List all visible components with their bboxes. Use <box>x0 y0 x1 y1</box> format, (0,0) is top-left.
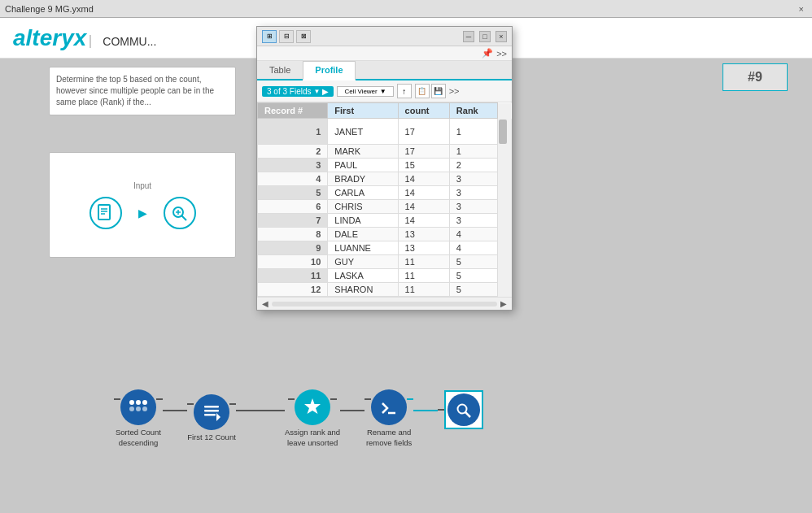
cell-count: 13 <box>398 228 449 241</box>
grid-icon-1[interactable]: ⊞ <box>262 30 277 43</box>
table-row[interactable]: 6 CHRIS 14 3 <box>258 200 512 214</box>
cell-record: 1 <box>258 119 328 145</box>
table-row[interactable]: 11 LASKA 11 5 <box>258 269 512 283</box>
cell-count: 15 <box>398 159 449 172</box>
table-row[interactable]: 3 PAUL 15 2 <box>258 159 512 172</box>
cell-viewer-button[interactable]: Cell Viewer ▼ <box>337 86 393 97</box>
connector-1 <box>163 410 187 411</box>
header-subtitle: COMMU... <box>89 35 156 48</box>
maximize-button[interactable]: □ <box>479 31 491 42</box>
scroll-right[interactable]: ▶ <box>497 299 510 308</box>
input-icons: ▶ <box>89 197 196 229</box>
pin-icon[interactable]: 📌 <box>482 48 493 59</box>
fields-bar: 3 of 3 Fields ▼ ▶ Cell Viewer ▼ ↑ 📋 💾 >> <box>257 80 512 102</box>
table-row[interactable]: 9 LUANNE 13 4 <box>258 241 512 255</box>
svg-point-8 <box>129 400 134 405</box>
cell-scrollbar <box>498 172 512 186</box>
close-icon[interactable]: × <box>796 4 807 14</box>
table-row[interactable]: 2 MARK 17 1 <box>258 145 512 159</box>
cell-record: 2 <box>258 145 328 159</box>
node-browse[interactable] <box>438 390 483 448</box>
cell-rank: 5 <box>449 255 497 269</box>
node-sorted-count[interactable]: Sorted Countdescending <box>114 389 163 448</box>
dialog-toolbar-icons: ⊞ ⊟ ⊠ <box>262 30 311 43</box>
node-rename-body <box>365 389 413 425</box>
browse-box <box>444 390 483 429</box>
connector-3 <box>340 410 365 411</box>
expand-icon[interactable]: >> <box>449 86 460 96</box>
data-table-wrapper[interactable]: Record # First count Rank 1 JANET 17 1 2… <box>257 102 512 297</box>
horizontal-scrollbar[interactable]: ◀ ▶ <box>257 297 512 310</box>
cell-count: 17 <box>398 145 449 159</box>
sorted-count-icon <box>120 389 156 425</box>
cell-scrollbar <box>498 269 512 283</box>
cell-first: BRADY <box>328 172 398 186</box>
svg-marker-18 <box>304 398 321 414</box>
svg-rect-15 <box>204 410 219 412</box>
step-number: #9 <box>723 63 788 91</box>
table-row[interactable]: 7 LINDA 14 3 <box>258 214 512 228</box>
export-icon-2[interactable]: 💾 <box>431 84 446 98</box>
col-header-first: First <box>328 103 398 119</box>
cell-first: CHRIS <box>328 200 398 214</box>
fields-badge[interactable]: 3 of 3 Fields ▼ ▶ <box>262 86 334 97</box>
upload-button[interactable]: ↑ <box>397 84 412 98</box>
minimize-button[interactable]: ─ <box>463 31 474 42</box>
svg-line-21 <box>465 412 470 417</box>
tab-profile[interactable]: Profile <box>303 61 355 80</box>
cell-rank: 4 <box>449 241 497 255</box>
cell-scrollbar <box>498 283 512 297</box>
cell-first: CARLA <box>328 186 398 200</box>
grid-icon-3[interactable]: ⊠ <box>296 30 311 43</box>
svg-point-13 <box>142 406 147 411</box>
svg-rect-14 <box>204 406 219 408</box>
cell-count: 11 <box>398 255 449 269</box>
assign-rank-label: Assign rank andleave unsorted <box>285 428 340 448</box>
cell-first: LINDA <box>328 214 398 228</box>
svg-rect-16 <box>204 414 216 416</box>
table-row[interactable]: 1 JANET 17 1 <box>258 119 512 145</box>
svg-point-20 <box>458 404 467 413</box>
more-icon[interactable]: >> <box>496 49 507 59</box>
tab-table[interactable]: Table <box>257 61 303 79</box>
cell-rank: 5 <box>449 283 497 297</box>
tabs-row: Table Profile <box>257 61 512 80</box>
export-icon-1[interactable]: 📋 <box>415 84 430 98</box>
svg-line-5 <box>181 215 186 220</box>
connector-4 <box>413 410 438 411</box>
canvas-area: alteryxCOMMU... #9 Determine the top 5 b… <box>0 18 812 513</box>
col-header-count: count <box>398 103 449 119</box>
cell-rank: 1 <box>449 145 497 159</box>
cell-rank: 5 <box>449 269 497 283</box>
cell-count: 14 <box>398 214 449 228</box>
node-assign-rank[interactable]: Assign rank andleave unsorted <box>285 389 340 448</box>
input-arrow: ▶ <box>138 207 147 220</box>
cell-count: 11 <box>398 283 449 297</box>
scroll-track[interactable] <box>272 302 497 306</box>
table-row[interactable]: 12 SHARON 11 5 <box>258 283 512 297</box>
cell-first: PAUL <box>328 159 398 172</box>
table-row[interactable]: 5 CARLA 14 3 <box>258 186 512 200</box>
cell-rank: 3 <box>449 172 497 186</box>
cell-rank: 4 <box>449 228 497 241</box>
title-bar-text: Challenge 9 MG.yxmd <box>5 4 796 14</box>
grid-icon-2[interactable]: ⊟ <box>279 30 294 43</box>
node-rename[interactable]: Rename andremove fields <box>365 389 413 448</box>
fields-arrow: ▶ <box>322 87 329 96</box>
cell-scrollbar <box>498 228 512 241</box>
cell-scrollbar <box>498 241 512 255</box>
cell-record: 8 <box>258 228 328 241</box>
cell-record: 6 <box>258 200 328 214</box>
connector-2 <box>236 410 285 411</box>
node-first12[interactable]: First 12 Count <box>187 394 236 442</box>
table-row[interactable]: 8 DALE 13 4 <box>258 228 512 241</box>
table-row[interactable]: 4 BRADY 14 3 <box>258 172 512 186</box>
node-sorted-count-body <box>114 389 163 425</box>
input-data-icon <box>89 197 122 229</box>
cell-scrollbar <box>498 159 512 172</box>
scroll-left[interactable]: ◀ <box>259 299 272 308</box>
cell-record: 11 <box>258 269 328 283</box>
dialog-close-button[interactable]: × <box>495 31 507 42</box>
cell-scrollbar <box>498 255 512 269</box>
table-row[interactable]: 10 GUY 11 5 <box>258 255 512 269</box>
